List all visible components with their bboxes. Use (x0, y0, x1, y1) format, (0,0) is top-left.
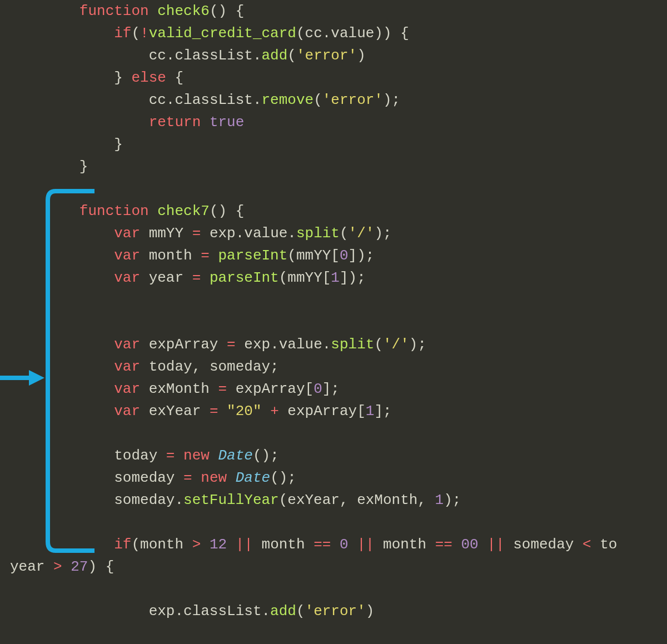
code-line: var exYear = "20" + expArray[1]; (10, 400, 667, 422)
svg-marker-1 (29, 370, 44, 386)
annotation-bracket-icon (44, 189, 94, 553)
code-line: var expArray = exp.value.split('/'); (10, 333, 667, 356)
code-line: if(!valid_credit_card(cc.value)) { (10, 22, 667, 44)
code-line: } else { (10, 67, 667, 89)
code-line: } (10, 156, 667, 178)
code-line: var month = parseInt(mmYY[0]); (10, 244, 667, 267)
code-line: exp.classList.add('error') (10, 600, 667, 622)
code-line: year > 27) { (10, 556, 667, 578)
code-line: cc.classList.add('error') (10, 44, 667, 67)
code-line (10, 289, 667, 311)
code-editor[interactable]: function check6() { if(!valid_credit_car… (0, 0, 667, 622)
code-line: someday.setFullYear(exYear, exMonth, 1); (10, 489, 667, 511)
code-line (10, 511, 667, 533)
code-line: return true (10, 111, 667, 133)
code-line: function check6() { (10, 0, 667, 22)
code-line (10, 178, 667, 200)
code-line: if(month > 12 || month == 0 || month == … (10, 533, 667, 556)
code-line: today = new Date(); (10, 445, 667, 467)
code-line: var mmYY = exp.value.split('/'); (10, 222, 667, 244)
code-line: } (10, 133, 667, 156)
annotation-arrow-icon (0, 367, 44, 389)
code-line: someday = new Date(); (10, 467, 667, 489)
code-line: cc.classList.remove('error'); (10, 89, 667, 111)
code-line: function check7() { (10, 200, 667, 222)
code-line: var exMonth = expArray[0]; (10, 378, 667, 400)
code-line (10, 578, 667, 600)
code-line: var year = parseInt(mmYY[1]); (10, 267, 667, 289)
code-line: var today, someday; (10, 356, 667, 378)
code-line (10, 422, 667, 445)
code-line (10, 311, 667, 333)
